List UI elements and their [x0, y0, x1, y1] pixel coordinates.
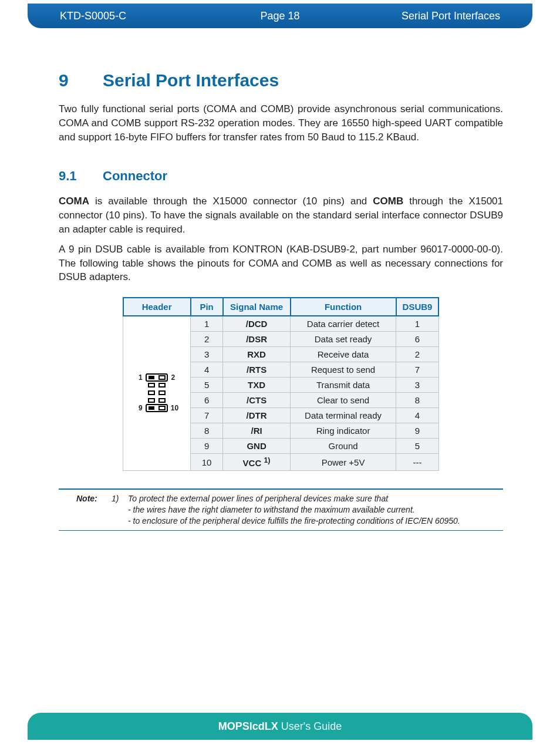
cell-function: Clear to send — [291, 393, 396, 408]
p1-text-a: is available through the X15000 connecto… — [89, 196, 373, 207]
diag-label-10: 10 — [171, 404, 178, 412]
cell-signal: GND — [223, 439, 291, 454]
svg-rect-9 — [159, 391, 165, 395]
cell-signal: /RI — [223, 423, 291, 439]
svg-rect-2 — [149, 376, 154, 379]
pinout-table: Header Pin Signal Name Function DSUB9 12… — [123, 297, 440, 471]
cell-dsub: 8 — [396, 393, 439, 408]
note-divider-bottom — [59, 530, 503, 531]
cell-dsub: 2 — [396, 347, 439, 362]
svg-rect-5 — [159, 406, 165, 410]
doc-id: KTD-S0005-C — [60, 10, 207, 22]
cell-dsub: 5 — [396, 439, 439, 454]
note-label: Note: — [76, 493, 112, 527]
cell-pin: 6 — [191, 393, 223, 408]
cell-signal: /CTS — [223, 393, 291, 408]
cell-pin: 9 — [191, 439, 223, 454]
cell-function: Ring indicator — [291, 423, 396, 439]
cell-signal: /DSR — [223, 332, 291, 347]
cell-pin: 1 — [191, 316, 223, 332]
page-content: 9Serial Port Interfaces Two fully functi… — [59, 70, 503, 531]
diag-label-2: 2 — [171, 373, 175, 382]
cell-dsub: 4 — [396, 408, 439, 423]
note-line-2: - the wires have the right diameter to w… — [128, 504, 460, 515]
page-number: Page 18 — [207, 10, 353, 22]
cell-function: Request to send — [291, 362, 396, 378]
cell-dsub: --- — [396, 454, 439, 471]
cell-pin: 5 — [191, 378, 223, 393]
cell-signal: RXD — [223, 347, 291, 362]
cell-pin: 10 — [191, 454, 223, 471]
cell-dsub: 1 — [396, 316, 439, 332]
svg-rect-3 — [149, 406, 154, 410]
svg-rect-10 — [149, 399, 154, 402]
page-footer-bar: MOPSlcdLX User's Guide — [28, 713, 532, 740]
note-line-1: To protect the external power lines of p… — [128, 493, 460, 504]
header-diagram-cell: 12910 — [123, 316, 191, 471]
connector-paragraph-1: COMA is available through the X15000 con… — [59, 194, 503, 236]
cell-signal: /DCD — [223, 316, 291, 332]
footer-product: MOPSlcdLX — [218, 720, 278, 732]
page-header-bar: KTD-S0005-C Page 18 Serial Port Interfac… — [28, 4, 532, 28]
footer-rest: User's Guide — [278, 720, 342, 732]
note-line-3: - to enclosure of the peripheral device … — [128, 515, 460, 527]
comb-label: COMB — [373, 196, 403, 207]
chapter-intro: Two fully functional serial ports (COMA … — [59, 102, 503, 144]
cell-signal: TXD — [223, 378, 291, 393]
note-number: 1) — [112, 493, 128, 527]
chapter-number: 9 — [59, 70, 103, 90]
cell-function: Receive data — [291, 347, 396, 362]
cell-pin: 2 — [191, 332, 223, 347]
diag-label-1: 1 — [139, 373, 143, 382]
th-dsub: DSUB9 — [396, 298, 439, 316]
cell-dsub: 7 — [396, 362, 439, 378]
svg-rect-8 — [149, 391, 154, 395]
th-pin: Pin — [191, 298, 223, 316]
chapter-heading: 9Serial Port Interfaces — [59, 70, 503, 90]
svg-rect-4 — [159, 376, 165, 379]
th-header: Header — [123, 298, 191, 316]
header-pin-diagram-icon: 12910 — [144, 372, 169, 413]
cell-signal: /RTS — [223, 362, 291, 378]
note-text: To protect the external power lines of p… — [128, 493, 460, 527]
diag-label-9: 9 — [139, 404, 143, 412]
coma-label: COMA — [59, 196, 89, 207]
cell-signal: /DTR — [223, 408, 291, 423]
cell-pin: 3 — [191, 347, 223, 362]
cell-signal: VCC 1) — [223, 454, 291, 471]
th-function: Function — [291, 298, 396, 316]
svg-rect-6 — [149, 383, 154, 387]
section-title: Connector — [103, 169, 167, 183]
cell-pin: 7 — [191, 408, 223, 423]
svg-rect-11 — [159, 399, 165, 402]
cell-dsub: 3 — [396, 378, 439, 393]
cell-function: Data set ready — [291, 332, 396, 347]
cell-pin: 8 — [191, 423, 223, 439]
chapter-title: Serial Port Interfaces — [103, 70, 279, 90]
connector-paragraph-2: A 9 pin DSUB cable is available from KON… — [59, 242, 503, 284]
cell-function: Ground — [291, 439, 396, 454]
table-row: 129101/DCDData carrier detect1 — [123, 316, 439, 332]
cell-pin: 4 — [191, 362, 223, 378]
footnote: Note: 1) To protect the external power l… — [59, 490, 503, 530]
cell-function: Power +5V — [291, 454, 396, 471]
table-header-row: Header Pin Signal Name Function DSUB9 — [123, 298, 439, 316]
section-name: Serial Port Interfaces — [353, 10, 500, 22]
cell-function: Transmit data — [291, 378, 396, 393]
cell-dsub: 6 — [396, 332, 439, 347]
section-heading: 9.1Connector — [59, 169, 503, 184]
cell-dsub: 9 — [396, 423, 439, 439]
svg-rect-7 — [159, 383, 165, 387]
cell-function: Data terminal ready — [291, 408, 396, 423]
th-signal: Signal Name — [223, 298, 291, 316]
section-number: 9.1 — [59, 169, 103, 184]
cell-function: Data carrier detect — [291, 316, 396, 332]
